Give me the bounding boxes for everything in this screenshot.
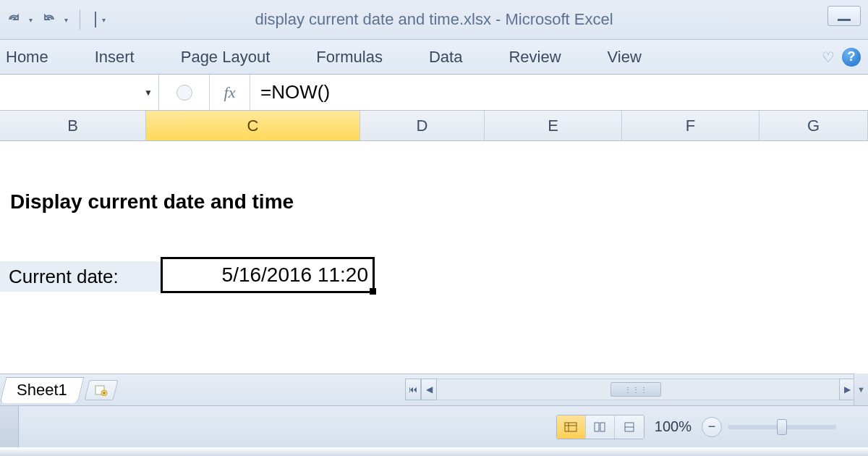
status-bar: 100% − +	[0, 405, 868, 447]
column-header-b[interactable]: B	[0, 111, 146, 140]
tab-review[interactable]: Review	[509, 48, 561, 67]
column-headers: B C D E F G	[0, 111, 868, 141]
formula-bar: ▼ fx =NOW()	[0, 75, 868, 111]
ribbon-tabs: Home Insert Page Layout Formulas Data Re…	[0, 40, 868, 75]
svg-rect-6	[600, 423, 605, 431]
horizontal-scrollbar[interactable]: ⏮ ◀ ⋮⋮⋮ ▶	[405, 379, 855, 400]
page-break-view-icon[interactable]	[615, 415, 644, 439]
dropdown-icon[interactable]: ▾	[64, 16, 68, 24]
svg-rect-2	[565, 423, 576, 431]
dropdown-icon[interactable]: ▼	[144, 88, 153, 98]
formula-buttons	[159, 75, 210, 110]
redo-icon[interactable]	[4, 10, 23, 29]
formula-input[interactable]: =NOW()	[250, 75, 868, 110]
scroll-track[interactable]: ⋮⋮⋮	[437, 379, 839, 400]
worksheet-grid[interactable]: Display current date and time Current da…	[0, 141, 868, 373]
zoom-thumb[interactable]	[777, 419, 787, 435]
window-controls	[827, 6, 861, 26]
tab-insert[interactable]: Insert	[95, 48, 135, 67]
tab-formulas[interactable]: Formulas	[316, 48, 383, 67]
selected-cell[interactable]: 5/16/2016 11:20	[161, 257, 375, 293]
tab-view[interactable]: View	[608, 48, 642, 67]
cancel-icon[interactable]	[176, 85, 192, 101]
name-box[interactable]: ▼	[0, 75, 159, 110]
tab-data[interactable]: Data	[429, 48, 462, 67]
window-title: display current date and time.xlsx - Mic…	[0, 10, 868, 29]
sheet-tab-bar: Sheet1 ⏮ ◀ ⋮⋮⋮ ▶	[0, 373, 868, 405]
label-cell[interactable]: Current date:	[0, 261, 161, 292]
separator	[80, 9, 80, 30]
scroll-right-icon[interactable]: ▶	[839, 379, 855, 400]
bottom-fade	[0, 447, 868, 456]
column-header-d[interactable]: D	[360, 111, 485, 140]
tab-page-layout[interactable]: Page Layout	[181, 48, 271, 67]
column-header-e[interactable]: E	[485, 111, 622, 140]
view-buttons	[556, 415, 644, 439]
minimize-ribbon-icon[interactable]: ♡	[822, 48, 835, 66]
minimize-button[interactable]	[827, 6, 861, 26]
zoom-out-button[interactable]: −	[702, 417, 722, 437]
page-layout-view-icon[interactable]	[586, 415, 615, 439]
dropdown-icon[interactable]: ▾	[29, 16, 33, 24]
customize-qat-icon[interactable]	[95, 12, 96, 28]
scroll-left-icon[interactable]: ◀	[421, 379, 437, 400]
zoom-level[interactable]: 100%	[655, 418, 692, 435]
new-sheet-button[interactable]	[84, 380, 118, 400]
fill-handle[interactable]	[370, 288, 376, 295]
column-header-f[interactable]: F	[622, 111, 760, 140]
column-header-g[interactable]: G	[760, 111, 868, 140]
svg-rect-5	[595, 423, 599, 431]
scroll-first-icon[interactable]: ⏮	[405, 379, 421, 400]
normal-view-icon[interactable]	[557, 415, 586, 439]
cell-value: 5/16/2016 11:20	[222, 263, 368, 287]
heading-cell[interactable]: Display current date and time	[10, 190, 294, 214]
undo-icon[interactable]	[40, 10, 59, 29]
column-header-c[interactable]: C	[146, 111, 360, 140]
dropdown-icon[interactable]: ▾	[102, 16, 106, 24]
quick-access-toolbar: ▾ ▾ ▾	[0, 9, 106, 30]
help-icon[interactable]: ?	[842, 48, 861, 67]
sheet-tab-sheet1[interactable]: Sheet1	[0, 377, 84, 403]
fx-icon[interactable]: fx	[210, 75, 250, 110]
tab-home[interactable]: Home	[6, 48, 48, 67]
zoom-slider[interactable]	[728, 425, 836, 429]
scroll-down-icon[interactable]: ▼	[854, 373, 868, 405]
title-bar: ▾ ▾ ▾ display current date and time.xlsx…	[0, 0, 868, 40]
scroll-thumb[interactable]: ⋮⋮⋮	[610, 382, 661, 397]
status-left	[0, 406, 19, 447]
